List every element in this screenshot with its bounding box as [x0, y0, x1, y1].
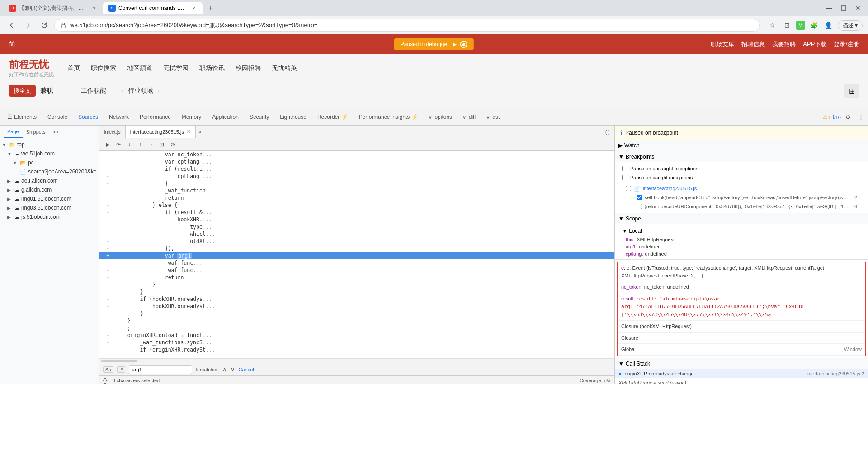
subtab-snippets[interactable]: Snippets	[23, 126, 49, 138]
devtools-tab-security[interactable]: Security	[244, 109, 274, 126]
extensions-icon[interactable]: 🧩	[809, 20, 820, 31]
list-item[interactable]: ▶ ☁ g.alicdn.com	[0, 185, 99, 194]
devtools-tab-perf-insights[interactable]: Performance insights ⚡	[354, 109, 424, 126]
main-nav-5[interactable]: 职场资讯	[199, 64, 225, 72]
callstack-item[interactable]: ● originXHR.onreadystatechange interface…	[615, 369, 868, 378]
more-button[interactable]: ⋮	[855, 112, 866, 123]
back-button[interactable]	[5, 19, 18, 32]
callstack-item[interactable]: XMLHttpRequest.send (async)	[615, 378, 868, 385]
list-item[interactable]: 📄 search?jobArea=260200&ke	[0, 167, 99, 176]
browser-tab-1[interactable]: J 【兼职(全文),贵阳招聘、求职】 ✕	[4, 2, 103, 14]
list-item[interactable]: ▼ 📁 top	[0, 140, 99, 149]
devtools-tab-lighthouse[interactable]: Lighthouse	[274, 109, 312, 126]
pause-uncaught-checkbox[interactable]	[622, 166, 627, 171]
scroll-thumb[interactable]	[101, 360, 137, 362]
main-nav-6[interactable]: 校园招聘	[236, 64, 261, 72]
settings-button[interactable]: ⚙	[843, 112, 854, 123]
format-button[interactable]: { }	[601, 126, 614, 138]
list-item[interactable]: ▼ ☁ we.51job.com	[0, 149, 99, 158]
bookmark-icon[interactable]: ☆	[767, 20, 778, 31]
main-nav-7[interactable]: 无忧精英	[272, 64, 297, 72]
devtools-tab-sources[interactable]: Sources	[73, 109, 104, 126]
list-item[interactable]: ▶ ☁ aeu.alicdn.com	[0, 176, 99, 185]
step-btn[interactable]: →	[146, 140, 156, 149]
extension1-icon[interactable]: V	[796, 21, 805, 30]
main-nav-2[interactable]: 职位搜索	[91, 64, 116, 72]
step-into-btn[interactable]: ↓	[125, 140, 134, 149]
devtools-tab-recorder[interactable]: Recorder ⚡	[312, 109, 354, 126]
nav-item-3[interactable]: 我要招聘	[772, 40, 796, 48]
dot-icon: ●	[618, 371, 622, 376]
browser-tab-2[interactable]: C Convert curl commands to G... ✕	[103, 2, 203, 14]
devtools-tab-console[interactable]: Console	[42, 109, 73, 126]
devtools-tab-elements[interactable]: ☰ Elements	[2, 109, 42, 126]
profile-icon[interactable]: 👤	[823, 20, 834, 31]
deactivate-btn[interactable]: ⊡	[157, 140, 166, 149]
tab1-favicon: J	[9, 5, 16, 12]
search-next-btn[interactable]: ∨	[231, 366, 235, 373]
list-item[interactable]: ▶ ☁ img01.51jobcdn.com	[0, 194, 99, 203]
dont-pause-btn[interactable]: ⊘	[168, 140, 177, 149]
main-nav-3[interactable]: 地区频道	[127, 64, 152, 72]
regex-btn[interactable]: .*	[117, 366, 125, 373]
bp-file-checkbox[interactable]	[626, 186, 631, 191]
subtabs-more[interactable]: >>	[49, 126, 62, 138]
minimize-button[interactable]	[823, 2, 835, 14]
list-item[interactable]: ▼ 📂 pc	[0, 158, 99, 167]
main-nav-1[interactable]: 首页	[67, 64, 80, 72]
code-tab-inject[interactable]: inject.js	[99, 126, 126, 138]
cast-icon[interactable]: ⊡	[782, 20, 793, 31]
grid-icon[interactable]: ⊞	[844, 84, 859, 98]
list-item[interactable]: ▶ ☁ js.51jobcdn.com	[0, 212, 99, 221]
devtools-tab-performance[interactable]: Performance	[134, 109, 176, 126]
translate-button[interactable]: 描述 ▾	[838, 20, 863, 31]
url-bar[interactable]: we.51job.com/pc/search?jobArea=260200&ke…	[54, 19, 760, 32]
forward-button[interactable]	[22, 19, 34, 32]
subtab-page[interactable]: Page	[4, 126, 23, 138]
search-prev-btn[interactable]: ∧	[222, 366, 227, 373]
devtools-tab-v-diff[interactable]: v_diff	[458, 109, 481, 126]
record-icon[interactable]: ⏺	[460, 41, 467, 48]
tab-close-icon[interactable]: ✕	[187, 129, 191, 135]
nav-item-4[interactable]: APP下载	[803, 40, 826, 48]
tab2-close[interactable]: ✕	[190, 5, 197, 12]
devtools-tab-application[interactable]: Application	[207, 109, 244, 126]
callstack-header[interactable]: ▼ Call Stack	[615, 358, 868, 369]
tab1-close[interactable]: ✕	[90, 5, 98, 12]
list-item[interactable]: ▶ ☁ img03.51jobcdn.com	[0, 203, 99, 212]
main-nav-4[interactable]: 无忧学园	[163, 64, 189, 72]
login-link[interactable]: 登录/注册	[834, 40, 859, 48]
watch-header[interactable]: ▶ Watch	[615, 140, 868, 151]
new-tab-button[interactable]: +	[204, 2, 217, 14]
devtools-tab-v-options[interactable]: v_opitons	[424, 109, 458, 126]
code-tab-interfaceacting[interactable]: interfaceacting230515.js ✕	[126, 126, 196, 138]
refresh-button[interactable]	[38, 19, 51, 32]
scope-header[interactable]: ▼ Scope	[615, 213, 868, 224]
step-over-btn[interactable]: ↷	[114, 140, 123, 149]
devtools-tab-network[interactable]: Network	[104, 109, 134, 126]
nav-item-1[interactable]: 职场文库	[711, 40, 734, 48]
devtools-tab-v-ast[interactable]: v_ast	[481, 109, 505, 126]
search-input[interactable]	[129, 365, 192, 374]
close-window-button[interactable]: ✕	[852, 2, 864, 14]
search-cancel-btn[interactable]: Cancel	[239, 367, 254, 372]
devtools-tab-memory[interactable]: Memory	[176, 109, 207, 126]
maximize-button[interactable]	[837, 2, 850, 14]
bp-line1-checkbox[interactable]	[637, 195, 642, 200]
play-icon[interactable]: ▶	[453, 41, 457, 47]
file-icon: 📄	[634, 186, 640, 192]
breakpoints-header[interactable]: ▼ Breakpoints	[615, 151, 868, 162]
callstack-label: Call Stack	[626, 361, 650, 367]
horizontal-scroll[interactable]	[99, 358, 614, 363]
bp-line2-text: }return decodeURIComponent(_0x54d768});_…	[645, 204, 850, 209]
pause-caught-checkbox[interactable]	[622, 175, 627, 180]
nav-item-2[interactable]: 招聘信息	[741, 40, 765, 48]
tab2-favicon: C	[108, 5, 116, 12]
resume-btn[interactable]: ▶	[103, 140, 112, 149]
step-out-btn[interactable]: ↑	[136, 140, 145, 149]
bp-line2-checkbox[interactable]	[637, 204, 642, 209]
code-tabs-expand[interactable]: »	[196, 126, 204, 138]
case-sensitive-btn[interactable]: Aa	[103, 366, 113, 373]
code-tabs-bar: inject.js interfaceacting230515.js ✕ » {…	[99, 126, 614, 138]
callstack-section: ▼ Call Stack ● originXHR.onreadystatecha…	[615, 358, 868, 385]
